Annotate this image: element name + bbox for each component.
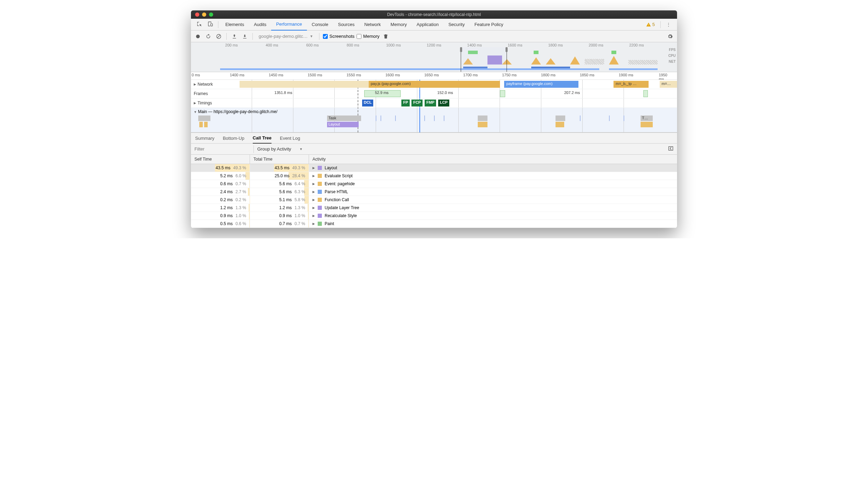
overview-tick: 800 ms xyxy=(347,43,359,47)
titlebar: DevTools - chrome-search://local-ntp/loc… xyxy=(191,10,677,19)
detail-tab-bottom-up[interactable]: Bottom-Up xyxy=(223,132,244,144)
group-by-select[interactable]: Group by Activity ▼ xyxy=(254,144,306,154)
table-row[interactable]: 2.4 ms2.7 %5.6 ms6.3 %▶Parse HTML xyxy=(191,188,677,196)
reload-record-button[interactable] xyxy=(204,32,212,41)
settings-gear-icon[interactable] xyxy=(666,32,674,41)
ruler-tick: 1450 ms xyxy=(269,73,283,77)
flame-ruler[interactable]: 0 ms1400 ms1450 ms1500 ms1550 ms1600 ms1… xyxy=(191,72,677,80)
tab-audits[interactable]: Audits xyxy=(249,19,271,31)
record-button[interactable] xyxy=(194,32,202,41)
overview-selection[interactable] xyxy=(461,47,507,72)
clear-button[interactable] xyxy=(215,32,223,41)
col-activity[interactable]: Activity xyxy=(309,155,677,164)
table-row[interactable]: 1.2 ms1.3 %1.2 ms1.3 %▶Update Layer Tree xyxy=(191,204,677,212)
tracks-area: ▶Network pay.js (pay.google.com) payfram… xyxy=(191,80,677,132)
download-button[interactable] xyxy=(241,32,249,41)
minimize-window-button[interactable] xyxy=(202,12,206,17)
tab-feature-policy[interactable]: Feature Policy xyxy=(469,19,508,31)
disclosure-triangle-icon[interactable]: ▶ xyxy=(194,83,196,86)
disclosure-triangle-icon[interactable]: ▶ xyxy=(194,101,196,105)
ruler-tick: 0 ms xyxy=(192,73,200,77)
table-row[interactable]: 0.9 ms1.0 %0.9 ms1.0 %▶Recalculate Style xyxy=(191,212,677,220)
disclosure-triangle-icon[interactable]: ▶ xyxy=(312,166,315,170)
ruler-tick: 1850 ms xyxy=(580,73,594,77)
overview-tick: 1800 ms xyxy=(548,43,563,47)
warnings-badge[interactable]: 5 xyxy=(643,22,658,27)
network-item[interactable]: payframe (pay.google.com) xyxy=(504,81,578,88)
col-total-time[interactable]: Total Time xyxy=(250,155,309,164)
network-item[interactable]: m=… xyxy=(660,81,677,88)
device-toggle-icon[interactable] xyxy=(205,19,216,30)
activity-color-swatch xyxy=(318,190,322,194)
filter-row: Group by Activity ▼ xyxy=(191,144,677,155)
network-item[interactable]: m=_b,_tp … xyxy=(614,81,649,88)
activity-name: Layout xyxy=(325,165,337,170)
ruler-tick: 1600 ms xyxy=(385,73,400,77)
timings-track[interactable]: ▶Timings DCL FP FCP FMP LCP xyxy=(191,99,677,108)
maximize-window-button[interactable] xyxy=(209,12,213,17)
disclosure-triangle-icon[interactable]: ▶ xyxy=(312,190,315,194)
tab-memory[interactable]: Memory xyxy=(386,19,412,31)
chevron-down-icon: ▼ xyxy=(300,147,303,151)
detail-tab-summary[interactable]: Summary xyxy=(195,132,215,144)
overview-timeline[interactable]: 200 ms400 ms600 ms800 ms1000 ms1200 ms14… xyxy=(191,42,677,72)
disclosure-triangle-icon[interactable]: ▶ xyxy=(312,206,315,209)
disclosure-triangle-icon[interactable]: ▶ xyxy=(312,182,315,186)
table-row[interactable]: 5.2 ms6.0 %25.0 ms28.4 %▶Evaluate Script xyxy=(191,172,677,180)
close-window-button[interactable] xyxy=(195,12,199,17)
table-row[interactable]: 43.5 ms49.3 %43.5 ms49.3 %▶Layout xyxy=(191,164,677,172)
ruler-tick: 1650 ms xyxy=(424,73,439,77)
timing-fmp[interactable]: FMP xyxy=(425,100,436,106)
toggle-panel-icon[interactable] xyxy=(665,144,677,154)
overview-tick: 1600 ms xyxy=(508,43,522,47)
activity-name: Event: pagehide xyxy=(325,181,355,186)
disclosure-triangle-icon[interactable]: ▶ xyxy=(312,198,315,202)
tab-sources[interactable]: Sources xyxy=(333,19,359,31)
network-item[interactable]: pay.js (pay.google.com) xyxy=(369,81,500,88)
more-menu-icon[interactable]: ⋮ xyxy=(663,22,674,27)
svg-rect-3 xyxy=(669,147,673,151)
detail-tab-call-tree[interactable]: Call Tree xyxy=(253,132,272,144)
tab-elements[interactable]: Elements xyxy=(220,19,249,31)
main-thread-track[interactable]: ▼ Main — https://google-pay-demo.glitch.… xyxy=(191,108,677,132)
tab-application[interactable]: Application xyxy=(412,19,444,31)
table-body: 43.5 ms49.3 %43.5 ms49.3 %▶Layout5.2 ms6… xyxy=(191,164,677,228)
col-self-time[interactable]: Self Time xyxy=(191,155,250,164)
disclosure-triangle-icon[interactable]: ▶ xyxy=(312,222,315,225)
table-row[interactable]: 0.5 ms0.6 %0.7 ms0.7 %▶Paint xyxy=(191,220,677,228)
profile-select[interactable]: google-pay-demo.glitc… ▼ xyxy=(256,33,316,40)
timing-fcp[interactable]: FCP xyxy=(411,100,423,106)
overview-tick: 2200 ms xyxy=(629,43,644,47)
window-title: DevTools - chrome-search://local-ntp/loc… xyxy=(191,12,677,17)
ruler-tick: 1900 ms xyxy=(619,73,633,77)
network-track[interactable]: ▶Network pay.js (pay.google.com) payfram… xyxy=(191,80,677,89)
disclosure-triangle-icon[interactable]: ▶ xyxy=(312,214,315,217)
inspect-icon[interactable] xyxy=(194,19,205,30)
timing-lcp[interactable]: LCP xyxy=(438,100,449,106)
overview-tick: 2000 ms xyxy=(589,43,603,47)
tab-network[interactable]: Network xyxy=(359,19,386,31)
gc-button[interactable] xyxy=(382,32,390,41)
tab-console[interactable]: Console xyxy=(307,19,333,31)
upload-button[interactable] xyxy=(230,32,239,41)
screenshots-checkbox[interactable]: Screenshots xyxy=(323,34,354,39)
fps-label: FPS xyxy=(668,48,676,52)
filter-input[interactable] xyxy=(191,144,253,154)
activity-color-swatch xyxy=(318,222,322,226)
timing-dcl[interactable]: DCL xyxy=(362,100,374,106)
disclosure-triangle-icon[interactable]: ▶ xyxy=(312,174,315,178)
timing-fp[interactable]: FP xyxy=(401,100,410,106)
overview-tick: 200 ms xyxy=(225,43,238,47)
detail-tab-event-log[interactable]: Event Log xyxy=(280,132,300,144)
tab-security[interactable]: Security xyxy=(443,19,469,31)
overview-tick: 600 ms xyxy=(306,43,319,47)
memory-checkbox[interactable]: Memory xyxy=(357,34,379,39)
frames-track[interactable]: Frames 1351.8 ms 52.9 ms 152.0 ms 207.2 … xyxy=(191,89,677,99)
detail-tabs: SummaryBottom-UpCall TreeEvent Log xyxy=(191,132,677,144)
table-row[interactable]: 0.2 ms0.2 %5.1 ms5.8 %▶Function Call xyxy=(191,196,677,204)
chevron-down-icon: ▼ xyxy=(310,34,313,38)
activity-color-swatch xyxy=(318,182,322,186)
profile-select-label: google-pay-demo.glitc… xyxy=(259,34,308,39)
tab-performance[interactable]: Performance xyxy=(271,19,307,31)
table-row[interactable]: 0.6 ms0.7 %5.6 ms6.4 %▶Event: pagehide xyxy=(191,180,677,188)
